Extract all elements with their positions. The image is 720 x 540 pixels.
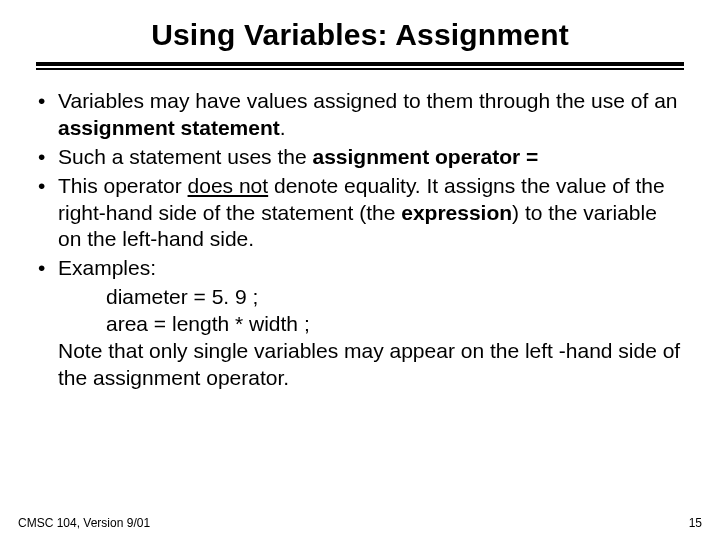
b3-pre: This operator: [58, 174, 188, 197]
example-1: diameter = 5. 9 ;: [106, 284, 684, 311]
slide-body: Variables may have values assigned to th…: [36, 88, 684, 392]
title-rule: [36, 62, 684, 70]
b2-bold: assignment operator =: [312, 145, 538, 168]
bullet-2: Such a statement uses the assignment ope…: [36, 144, 684, 171]
footer-left: CMSC 104, Version 9/01: [18, 516, 150, 530]
slide-title: Using Variables: Assignment: [36, 18, 684, 52]
bullet-4: Examples:: [36, 255, 684, 282]
b2-pre: Such a statement uses the: [58, 145, 312, 168]
slide: Using Variables: Assignment Variables ma…: [0, 0, 720, 540]
bullet-3: This operator does not denote equality. …: [36, 173, 684, 254]
b1-post: .: [280, 116, 286, 139]
note-text: Note that only single variables may appe…: [36, 338, 684, 392]
slide-footer: CMSC 104, Version 9/01 15: [18, 516, 702, 530]
b4-label: Examples:: [58, 256, 156, 279]
bullet-1: Variables may have values assigned to th…: [36, 88, 684, 142]
b3-bold: expression: [401, 201, 512, 224]
bullet-list: Variables may have values assigned to th…: [36, 88, 684, 282]
b3-underline: does not: [188, 174, 269, 197]
footer-page-number: 15: [689, 516, 702, 530]
example-2: area = length * width ;: [106, 311, 684, 338]
rule-thick: [36, 62, 684, 66]
rule-thin: [36, 68, 684, 70]
b1-bold: assignment statement: [58, 116, 280, 139]
examples-block: diameter = 5. 9 ; area = length * width …: [36, 284, 684, 338]
b1-pre: Variables may have values assigned to th…: [58, 89, 678, 112]
